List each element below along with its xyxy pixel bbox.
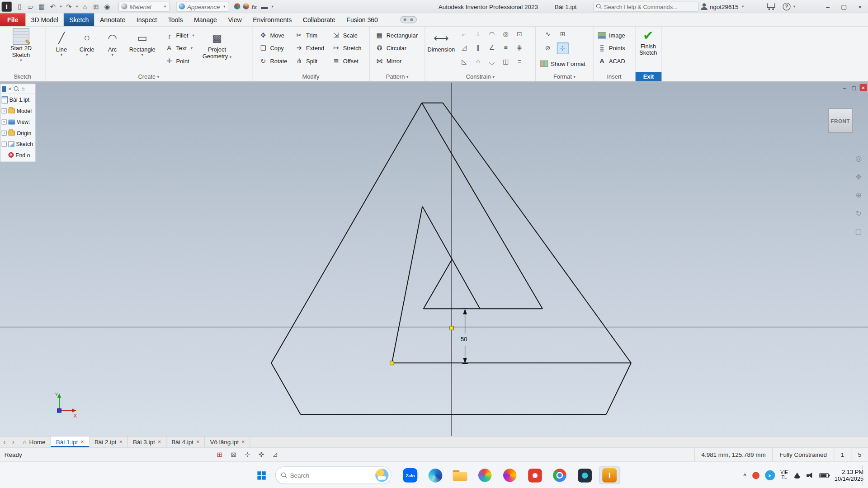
taskbar-app-red[interactable] [524, 466, 546, 484]
tray-expand-icon[interactable]: ^ [743, 472, 747, 479]
collinear-constraint-icon[interactable]: ◿ [458, 42, 470, 53]
help-menu[interactable]: ? ▾ [783, 0, 797, 13]
smooth-constraint-icon[interactable]: ◡ [486, 55, 498, 67]
new-file-icon[interactable]: ▯ [14, 1, 25, 12]
point-tool-button[interactable]: ✛ Point [163, 54, 197, 67]
expand-icon[interactable]: + [2, 130, 7, 135]
antivirus-tray-icon[interactable] [752, 472, 760, 479]
maximize-button[interactable]: ▢ [836, 0, 852, 13]
sketch-canvas[interactable]: 50YX [0, 82, 868, 436]
zoom-icon[interactable]: ⊕ [856, 191, 862, 199]
telegram-tray-icon[interactable]: ➤ [765, 470, 775, 480]
slice-graphics-icon[interactable]: ⊿ [273, 450, 278, 458]
undo-caret-icon[interactable]: ▾ [59, 4, 63, 9]
split-button[interactable]: ⋔Split [293, 54, 324, 67]
weather-widget-icon[interactable] [375, 469, 388, 482]
redo-icon[interactable]: ↷ [64, 1, 74, 12]
doc-tab-vo-lang[interactable]: Vô lăng.ipt × [205, 436, 250, 447]
battery-icon[interactable] [820, 473, 829, 478]
doc-tab-bai-3[interactable]: Bài 3.ipt × [128, 436, 166, 447]
snap-icon[interactable]: ⊠ [231, 450, 236, 458]
doc-minimize-button[interactable]: – [841, 84, 848, 91]
taskbar-app-zalo[interactable]: Zalo [400, 466, 421, 484]
rectangle-tool-button[interactable]: ▭ Rectangle ▾ [125, 28, 160, 72]
taskbar-search-input[interactable] [290, 472, 372, 479]
material-dropdown[interactable]: Material ▾ [118, 1, 170, 11]
pan-icon[interactable]: ✥ [856, 173, 862, 181]
tab-view[interactable]: View [222, 13, 247, 26]
equal-constraint-icon[interactable]: = [514, 55, 525, 67]
tab-sketch[interactable]: Sketch [64, 13, 94, 26]
insert-acad-button[interactable]: AACAD [596, 54, 635, 67]
parallel-constraint-icon[interactable]: ∥ [472, 42, 484, 53]
taskbar-app-dark[interactable] [574, 466, 595, 484]
browser-menu-icon[interactable]: ≡ [22, 86, 25, 92]
insert-points-button[interactable]: ⣿Points [596, 42, 635, 54]
doc-tab-bai-1[interactable]: Bài 1.ipt × [51, 436, 90, 447]
lock-constraint-icon[interactable]: ⊡ [514, 28, 525, 39]
browser-close-icon[interactable]: × [8, 86, 11, 92]
inventor-logo-icon[interactable]: I [2, 1, 12, 11]
close-tab-icon[interactable]: × [158, 439, 161, 445]
trim-button[interactable]: ✂Trim [293, 29, 324, 42]
close-button[interactable]: × [852, 0, 868, 13]
orbit-icon[interactable]: ↻ [856, 209, 862, 217]
taskbar-app-office[interactable] [499, 466, 520, 484]
minimize-button[interactable]: – [820, 0, 836, 13]
look-at-icon[interactable]: ▢ [855, 227, 862, 235]
dynamic-input-icon[interactable]: ✜ [259, 450, 264, 458]
browser-node-model[interactable]: + Model [0, 105, 35, 116]
vertical-constraint-icon[interactable]: ⋕ [514, 42, 525, 53]
doc-restore-button[interactable]: ▢ [850, 84, 858, 91]
adjust-appearance-icon[interactable] [243, 3, 249, 9]
doc-tab-home[interactable]: ⌂ Home [18, 436, 51, 447]
clock[interactable]: 2:13 PM 10/14/2025 [835, 469, 863, 482]
perpendicular-constraint-icon[interactable]: ⊥ [472, 28, 484, 39]
tab-3d-model[interactable]: 3D Model [25, 13, 64, 26]
browser-node-sketch[interactable]: − Sketch [0, 138, 35, 149]
offset-button[interactable]: ≣Offset [330, 54, 361, 67]
tab-environments[interactable]: Environments [247, 13, 297, 26]
line-tool-button[interactable]: ╱ Line ▾ [49, 28, 74, 72]
close-tab-icon[interactable]: × [241, 439, 245, 445]
tab-annotate[interactable]: Annotate [94, 13, 131, 26]
taskbar-app-edge[interactable] [425, 466, 446, 484]
fillet-tool-button[interactable]: ╭ Fillet ▾ [163, 29, 197, 42]
adjust-color-icon[interactable] [234, 3, 240, 9]
doc-tab-bai-4[interactable]: Bài 4.ipt × [166, 436, 205, 447]
tangent2-constraint-icon[interactable]: ○ [472, 55, 484, 67]
volume-icon[interactable] [807, 472, 814, 478]
panel-label-format[interactable]: Format▾ [536, 72, 593, 81]
collapse-icon[interactable]: − [2, 141, 7, 146]
project-geometry-button[interactable]: ▩ Project Geometry ▾ [199, 28, 235, 72]
tab-fusion-360[interactable]: Fusion 360 [341, 13, 383, 26]
taskbar-app-file-explorer[interactable] [449, 466, 471, 484]
tab-inspect[interactable]: Inspect [131, 13, 163, 26]
dimension-button[interactable]: ⟷ Dimension [426, 28, 456, 52]
thin-wall-icon[interactable]: ▬ [259, 1, 269, 12]
tab-file[interactable]: File [0, 13, 25, 26]
doc-close-button[interactable]: × [860, 84, 867, 91]
mirror-button[interactable]: ⋈Mirror [373, 54, 425, 67]
close-tab-icon[interactable]: × [80, 439, 84, 445]
browser-node-origin[interactable]: + Origin [0, 127, 35, 138]
center-point-mode-icon[interactable]: ⊹ [557, 42, 569, 54]
language-indicator[interactable]: VIE TL [780, 470, 788, 480]
help-search-input[interactable] [604, 3, 693, 10]
start-button[interactable] [252, 466, 271, 484]
angle-constraint-icon[interactable]: ∠ [486, 42, 498, 53]
rotate-button[interactable]: ↻Rotate [257, 54, 287, 67]
desktop-cloud-toggle[interactable] [400, 16, 417, 23]
doc-tab-bai-2[interactable]: Bài 2.ipt × [90, 436, 128, 447]
show-desktop-button[interactable] [862, 465, 864, 485]
driven-dimension-icon[interactable]: ⊘ [542, 42, 554, 54]
concentric-constraint-icon[interactable]: ◎ [500, 28, 512, 39]
fix-constraint-icon[interactable]: ◺ [458, 55, 470, 67]
move-button[interactable]: ✥Move [257, 29, 287, 42]
centerline-mode-icon[interactable]: ⊞ [557, 28, 569, 40]
horizontal-constraint-icon[interactable]: ≡ [500, 42, 512, 53]
copy-button[interactable]: ❏Copy [257, 42, 287, 54]
finish-sketch-button[interactable]: ✔ Finish Sketch [636, 27, 661, 56]
panel-label-constrain[interactable]: Constrain▾ [425, 72, 535, 81]
wifi-icon[interactable] [793, 472, 801, 478]
